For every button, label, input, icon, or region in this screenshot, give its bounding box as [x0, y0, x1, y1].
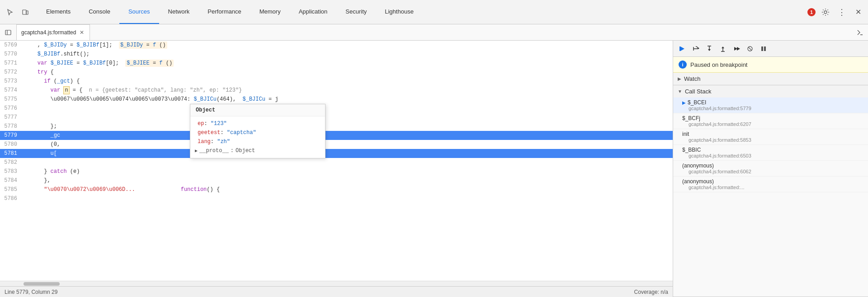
coverage-info: Coverage: n/a — [634, 289, 668, 295]
tab-console[interactable]: Console — [80, 0, 119, 24]
svg-rect-21 — [764, 46, 766, 51]
toolbar-right: 1 ⋮ ✕ — [807, 6, 864, 19]
device-toggle-icon[interactable] — [19, 6, 32, 19]
callstack-item-2[interactable]: init gcaptcha4.js:formatted:5853 — [673, 129, 868, 145]
callstack-loc-1: gcaptcha4.js:formatted:6207 — [682, 121, 863, 127]
svg-marker-7 — [698, 47, 699, 49]
tab-performance[interactable]: Performance — [198, 0, 250, 24]
devtools-toolbar: Elements Console Sources Network Perform… — [0, 0, 868, 24]
svg-marker-16 — [734, 47, 737, 51]
callstack-item-1[interactable]: $_BCFj gcaptcha4.js:formatted:6207 — [673, 113, 868, 129]
error-count: 1 — [807, 8, 816, 16]
close-icon[interactable]: ✕ — [852, 6, 864, 19]
call-stack-header[interactable]: ▼ Call Stack — [673, 85, 868, 97]
callstack-label: Call Stack — [685, 88, 712, 95]
callstack-fn-5: (anonymous) — [682, 178, 714, 185]
code-line-5769: 5769 , $_BJIDy = $_BJIBf[1]; $_BJIDy = f… — [0, 41, 673, 50]
svg-point-2 — [824, 11, 827, 14]
code-line-5775: 5775 \u0067\u0065\u0065\u0074\u0065\u007… — [0, 95, 673, 104]
code-line-5776: 5776 — [0, 104, 673, 113]
format-icon[interactable] — [854, 26, 866, 39]
callstack-item-0[interactable]: ▶ $_BCEI gcaptcha4.js:formatted:5779 — [673, 97, 868, 113]
callstack-fn-0: $_BCEI — [688, 99, 706, 106]
step-out-btn[interactable] — [717, 43, 728, 54]
tab-elements[interactable]: Elements — [37, 0, 80, 24]
tab-memory[interactable]: Memory — [250, 0, 290, 24]
step-into-btn[interactable] — [704, 43, 715, 54]
code-line-5773: 5773 if (_gct) { — [0, 77, 673, 86]
error-badge[interactable]: 1 — [807, 8, 816, 16]
code-line-5770: 5770 $_BJIBf.shift(); — [0, 50, 673, 59]
pause-btn[interactable] — [758, 43, 769, 54]
more-options-icon[interactable]: ⋮ — [835, 6, 848, 19]
code-line-5782: 5782 — [0, 158, 673, 167]
watch-expand-icon: ▶ — [678, 76, 681, 81]
callstack-fn-3: $_BBIC — [682, 147, 701, 153]
toolbar-icons — [4, 6, 32, 19]
code-line-5785: 5785 "\u0070\u0072\u0069\u006D... functi… — [0, 185, 673, 194]
tooltip-header: Object — [190, 104, 325, 116]
cursor-position: Line 5779, Column 29 — [5, 289, 57, 295]
debug-controls — [673, 41, 868, 57]
tooltip-row-ep: ep: "123" — [190, 119, 325, 128]
callstack-fn-4: (anonymous) — [682, 162, 714, 169]
deactivate-breakpoints-btn[interactable] — [745, 43, 755, 54]
tab-security[interactable]: Security — [336, 0, 376, 24]
step-over-btn[interactable] — [690, 43, 701, 54]
callstack-loc-5: gcaptcha4.js:formatted:... — [682, 185, 863, 190]
cursor-icon[interactable] — [4, 6, 16, 19]
callstack-item-5[interactable]: (anonymous) gcaptcha4.js:formatted:... — [673, 176, 868, 192]
svg-rect-1 — [26, 11, 28, 14]
tab-lighthouse[interactable]: Lighthouse — [376, 0, 423, 24]
tooltip-body: ep: "123" geetest: "captcha" lang: "zh" … — [190, 116, 325, 158]
code-line-5786: 5786 — [0, 194, 673, 203]
file-tab-gcaptcha[interactable]: gcaptcha4.js:formatted ✕ — [16, 24, 90, 40]
resume-btn[interactable] — [677, 43, 688, 54]
code-line-5777: 5777 — [0, 113, 673, 122]
code-line-5774: 5774 var n = { n = {geetest: "captcha", … — [0, 86, 673, 95]
callstack-fn-2: init — [682, 131, 689, 137]
main-area: 5769 , $_BJIDy = $_BJIBf[1]; $_BJIDy = f… — [0, 41, 868, 297]
main-nav-tabs: Elements Console Sources Network Perform… — [37, 0, 807, 24]
code-editor[interactable]: 5769 , $_BJIDy = $_BJIBf[1]; $_BJIDy = f… — [0, 41, 673, 281]
paused-label: Paused on breakpoint — [690, 61, 747, 68]
file-tab-close[interactable]: ✕ — [79, 28, 85, 37]
svg-line-19 — [748, 47, 752, 51]
tab-sources[interactable]: Sources — [119, 0, 159, 24]
file-tab-bar: gcaptcha4.js:formatted ✕ — [0, 24, 868, 41]
file-tab-label: gcaptcha4.js:formatted — [21, 29, 76, 36]
callstack-loc-4: gcaptcha4.js:formatted:6062 — [682, 169, 863, 174]
watch-section: ▶ Watch — [673, 73, 868, 85]
svg-rect-3 — [5, 30, 11, 35]
callstack-expand-icon: ▼ — [678, 89, 682, 94]
svg-marker-17 — [737, 47, 740, 51]
code-line-5771: 5771 var $_BJIEE = $_BJIBf[0]; $_BJIEE =… — [0, 59, 673, 68]
editor-area: 5769 , $_BJIDy = $_BJIBf[1]; $_BJIDy = f… — [0, 41, 673, 297]
call-stack-section: ▼ Call Stack ▶ $_BCEI gcaptcha4.js:forma… — [673, 85, 868, 297]
code-line-5780: 5780 (0, — [0, 140, 673, 149]
watch-section-header[interactable]: ▶ Watch — [673, 73, 868, 85]
code-lines: 5769 , $_BJIDy = $_BJIBf[1]; $_BJIDy = f… — [0, 41, 673, 203]
callstack-loc-2: gcaptcha4.js:formatted:5853 — [682, 137, 863, 143]
callstack-item-3[interactable]: $_BBIC gcaptcha4.js:formatted:6503 — [673, 145, 868, 161]
svg-marker-5 — [680, 46, 684, 51]
right-panel: i Paused on breakpoint ▶ Watch ▼ Call St… — [673, 41, 868, 297]
code-line-5781: 5781 u[ — [0, 149, 673, 158]
callstack-fn-1: $_BCFj — [682, 115, 700, 121]
tab-network[interactable]: Network — [159, 0, 199, 24]
step-btn[interactable] — [731, 43, 742, 54]
settings-icon[interactable] — [819, 6, 832, 19]
callstack-loc-0: gcaptcha4.js:formatted:5779 — [682, 106, 863, 111]
horizontal-scrollbar[interactable] — [0, 281, 673, 286]
svg-rect-20 — [761, 46, 763, 51]
code-line-5783: 5783 } catch (e) — [0, 167, 673, 176]
callstack-item-4[interactable]: (anonymous) gcaptcha4.js:formatted:6062 — [673, 161, 868, 176]
svg-rect-0 — [23, 10, 26, 14]
svg-marker-14 — [722, 46, 724, 48]
code-line-5772: 5772 try { — [0, 68, 673, 77]
tab-application[interactable]: Application — [290, 0, 337, 24]
tooltip-row-proto[interactable]: ▶ __proto__: Object — [190, 146, 325, 155]
code-line-5779: 5779 _gc — [0, 131, 673, 140]
variable-tooltip: Object ep: "123" geetest: "captcha" lang… — [190, 104, 326, 158]
sidebar-toggle[interactable] — [2, 26, 14, 39]
